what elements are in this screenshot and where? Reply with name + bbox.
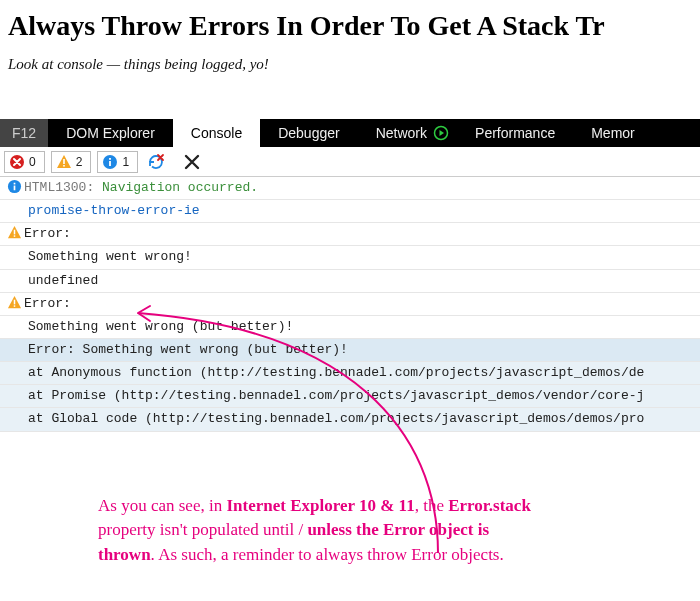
warning-icon xyxy=(56,154,72,170)
svg-rect-6 xyxy=(109,158,111,160)
error1-message: Something went wrong! xyxy=(24,247,700,267)
console-row[interactable]: Something went wrong (but better)! xyxy=(0,316,700,339)
tab-network[interactable]: Network xyxy=(358,119,457,147)
error1-stack: undefined xyxy=(24,271,700,291)
svg-rect-8 xyxy=(13,186,15,191)
anno-t: property isn't populated until / xyxy=(98,520,307,539)
console-row-warn1[interactable]: Error: xyxy=(0,223,700,246)
annotation-layer: As you can see, in Internet Explorer 10 … xyxy=(0,494,700,568)
svg-rect-2 xyxy=(63,159,65,164)
filter-info-button[interactable]: 1 xyxy=(97,151,138,173)
console-row-trace[interactable]: at Anonymous function (http://testing.be… xyxy=(0,362,700,385)
tab-console[interactable]: Console xyxy=(173,119,260,147)
error2-stack-header: Error: Something went wrong (but better)… xyxy=(24,340,700,360)
errors-count: 0 xyxy=(29,155,36,169)
warning-icon xyxy=(7,225,22,240)
tab-f12[interactable]: F12 xyxy=(0,119,48,147)
error2-message: Something went wrong (but better)! xyxy=(24,317,700,337)
filter-warnings-button[interactable]: 2 xyxy=(51,151,92,173)
tab-network-label: Network xyxy=(376,125,427,141)
stack-trace-line: at Promise (http://testing.bennadel.com/… xyxy=(24,386,700,406)
filter-errors-button[interactable]: 0 xyxy=(4,151,45,173)
tab-dom-explorer[interactable]: DOM Explorer xyxy=(48,119,173,147)
anno-t: Internet Explorer 10 & 11 xyxy=(226,496,414,515)
error-icon xyxy=(9,154,25,170)
svg-rect-9 xyxy=(13,183,15,185)
console-row[interactable]: undefined xyxy=(0,270,700,293)
console-row-trace[interactable]: at Promise (http://testing.bennadel.com/… xyxy=(0,385,700,408)
anno-t: . As such, a reminder to always throw Er… xyxy=(151,545,504,564)
html-code: HTML1300: xyxy=(24,180,94,195)
svg-rect-5 xyxy=(109,161,111,166)
nav-message: Navigation occurred. xyxy=(102,180,258,195)
clear-console-button[interactable] xyxy=(180,151,204,173)
svg-rect-13 xyxy=(13,305,15,307)
source-link[interactable]: promise-throw-error-ie xyxy=(28,203,200,218)
page-subtitle: Look at console — things being logged, y… xyxy=(8,56,700,73)
info-icon xyxy=(102,154,118,170)
console-row-trace[interactable]: at Global code (http://testing.bennadel.… xyxy=(0,408,700,431)
error2-header: Error: xyxy=(24,294,700,314)
clear-on-navigate-button[interactable] xyxy=(144,151,168,173)
svg-rect-3 xyxy=(63,165,65,167)
stack-trace-line: at Global code (http://testing.bennadel.… xyxy=(24,409,700,429)
tab-memory[interactable]: Memor xyxy=(573,119,635,147)
tab-debugger[interactable]: Debugger xyxy=(260,119,358,147)
anno-t: thrown xyxy=(98,545,151,564)
warning-icon xyxy=(7,295,22,310)
stack-trace-line: at Anonymous function (http://testing.be… xyxy=(24,363,700,383)
console-toolbar: 0 2 1 xyxy=(0,147,700,177)
close-icon xyxy=(184,154,200,170)
anno-t: As you can see, in xyxy=(98,496,226,515)
console-row-source[interactable]: promise-throw-error-ie xyxy=(0,200,700,223)
console-row[interactable]: Something went wrong! xyxy=(0,246,700,269)
page-title: Always Throw Errors In Order To Get A St… xyxy=(8,10,700,42)
refresh-x-icon xyxy=(147,153,165,171)
devtools-panel: F12 DOM Explorer Console Debugger Networ… xyxy=(0,119,700,432)
anno-t: Error.stack xyxy=(448,496,531,515)
svg-rect-11 xyxy=(13,236,15,238)
annotation-text: As you can see, in Internet Explorer 10 … xyxy=(98,494,660,568)
console-output: HTML1300: Navigation occurred. promise-t… xyxy=(0,177,700,432)
play-icon xyxy=(433,125,449,141)
console-row-selected[interactable]: Error: Something went wrong (but better)… xyxy=(0,339,700,362)
error1-header: Error: xyxy=(24,224,700,244)
devtools-tabs: F12 DOM Explorer Console Debugger Networ… xyxy=(0,119,700,147)
info-count: 1 xyxy=(122,155,129,169)
console-row-info[interactable]: HTML1300: Navigation occurred. xyxy=(0,177,700,200)
svg-rect-12 xyxy=(13,299,15,304)
anno-t: , the xyxy=(415,496,449,515)
tab-performance[interactable]: Performance xyxy=(457,119,573,147)
anno-t: unless the Error object is xyxy=(307,520,489,539)
svg-rect-10 xyxy=(13,230,15,235)
warnings-count: 2 xyxy=(76,155,83,169)
info-icon xyxy=(7,179,22,194)
console-row-warn2[interactable]: Error: xyxy=(0,293,700,316)
